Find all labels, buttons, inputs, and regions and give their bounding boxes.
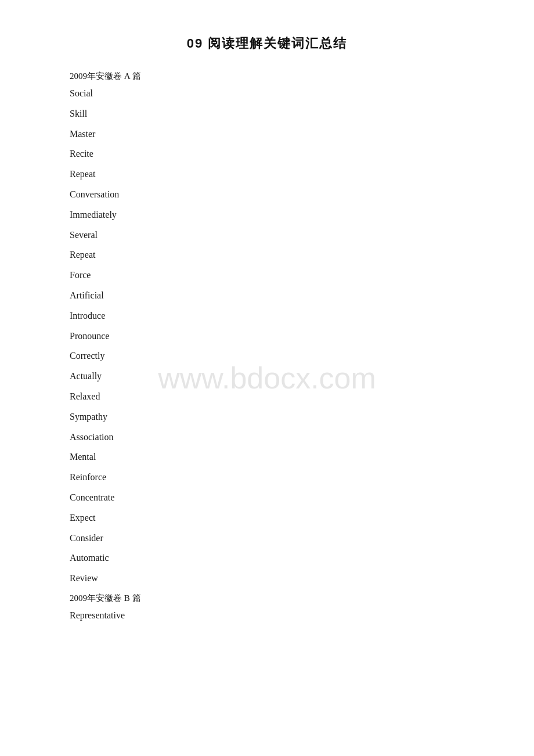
word-item-0-6: Immediately xyxy=(70,207,464,224)
sections-container: 2009年安徽卷 A 篇SocialSkillMasterReciteRepea… xyxy=(70,71,464,624)
word-item-0-24: Review xyxy=(70,570,464,587)
word-item-0-0: Social xyxy=(70,85,464,102)
word-item-0-1: Skill xyxy=(70,106,464,123)
word-item-0-15: Relaxed xyxy=(70,388,464,405)
word-item-0-2: Master xyxy=(70,126,464,143)
word-item-0-5: Conversation xyxy=(70,186,464,203)
word-list-0: SocialSkillMasterReciteRepeatConversatio… xyxy=(70,85,464,587)
word-item-0-12: Pronounce xyxy=(70,328,464,345)
word-item-1-0: Representative xyxy=(70,607,464,624)
word-item-0-18: Mental xyxy=(70,449,464,466)
word-item-0-9: Force xyxy=(70,267,464,284)
word-item-0-23: Automatic xyxy=(70,550,464,567)
word-item-0-7: Several xyxy=(70,227,464,244)
word-item-0-4: Repeat xyxy=(70,166,464,183)
page-title: 09 阅读理解关键词汇总结 xyxy=(70,35,464,52)
word-item-0-21: Expect xyxy=(70,510,464,527)
word-item-0-10: Artificial xyxy=(70,287,464,304)
word-item-0-17: Association xyxy=(70,429,464,446)
word-item-0-11: Introduce xyxy=(70,308,464,325)
word-item-0-14: Actually xyxy=(70,368,464,385)
word-item-0-8: Repeat xyxy=(70,247,464,264)
word-item-0-3: Recite xyxy=(70,146,464,163)
word-list-1: Representative xyxy=(70,607,464,624)
word-item-0-16: Sympathy xyxy=(70,409,464,426)
word-item-0-13: Correctly xyxy=(70,348,464,365)
word-item-0-22: Consider xyxy=(70,530,464,547)
page-container: 09 阅读理解关键词汇总结 www.bdocx.com 2009年安徽卷 A 篇… xyxy=(70,35,464,624)
section-header-0: 2009年安徽卷 A 篇 xyxy=(70,71,464,82)
word-item-0-19: Reinforce xyxy=(70,469,464,486)
section-header-1: 2009年安徽卷 B 篇 xyxy=(70,593,464,604)
word-item-0-20: Concentrate xyxy=(70,489,464,506)
